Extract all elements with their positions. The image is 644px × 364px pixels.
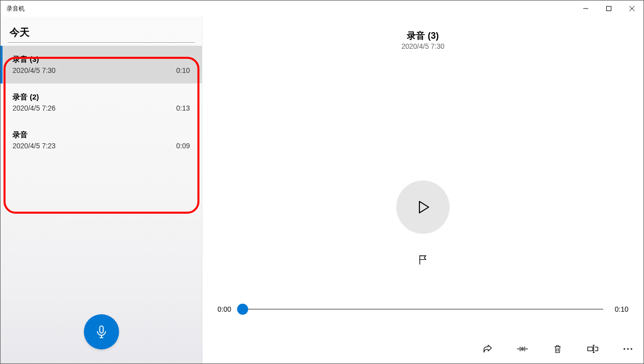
sidebar: 今天 录音 (3) 2020/4/5 7:30 0:10 录音 (2) 2020… (1, 17, 202, 363)
recording-datetime: 2020/4/5 7:26 (13, 104, 56, 112)
flag-icon (417, 254, 428, 265)
microphone-icon (94, 325, 109, 339)
maximize-icon (606, 6, 611, 11)
share-button[interactable] (479, 340, 496, 357)
content-datetime: 2020/4/5 7:30 (401, 42, 445, 50)
timeline-thumb[interactable] (237, 304, 248, 315)
trim-icon (517, 344, 528, 354)
recording-item[interactable]: 录音 (2) 2020/4/5 7:26 0:13 (1, 83, 202, 121)
svg-point-24 (630, 348, 632, 349)
play-icon (414, 199, 432, 216)
svg-point-23 (627, 348, 628, 349)
ellipsis-icon (623, 348, 632, 350)
recording-title: 录音 (2) (13, 93, 190, 102)
content-pane: 录音 (3) 2020/4/5 7:30 0:00 0:10 (202, 17, 643, 363)
delete-button[interactable] (549, 340, 566, 357)
close-button[interactable] (620, 1, 643, 17)
recording-datetime: 2020/4/5 7:30 (13, 66, 56, 74)
rename-button[interactable] (584, 340, 601, 357)
recording-item[interactable]: 录音 2020/4/5 7:23 0:09 (1, 121, 202, 159)
window-controls (574, 1, 643, 17)
recordings-list: 录音 (3) 2020/4/5 7:30 0:10 录音 (2) 2020/4/… (1, 46, 202, 159)
rename-icon (587, 345, 598, 353)
recording-datetime: 2020/4/5 7:23 (13, 142, 56, 150)
timeline-track[interactable] (243, 309, 603, 310)
recording-title: 录音 (13, 130, 190, 140)
content-header: 录音 (3) 2020/4/5 7:30 (401, 30, 445, 50)
content-title: 录音 (3) (401, 30, 445, 42)
share-icon (482, 344, 492, 354)
close-icon (629, 6, 634, 11)
app-title: 录音机 (7, 5, 25, 13)
svg-marker-4 (419, 202, 428, 213)
section-header-today: 今天 (1, 17, 202, 42)
titlebar: 录音机 (1, 1, 643, 17)
section-divider (8, 42, 195, 43)
svg-rect-1 (99, 326, 103, 333)
minimize-icon (583, 6, 588, 11)
minimize-button[interactable] (574, 1, 597, 17)
play-button[interactable] (396, 180, 450, 234)
time-current: 0:00 (218, 305, 237, 313)
recording-duration: 0:10 (176, 66, 190, 74)
svg-point-22 (623, 348, 625, 349)
svg-rect-15 (588, 347, 593, 350)
more-button[interactable] (619, 340, 636, 357)
bottom-toolbar (479, 340, 636, 357)
recording-item[interactable]: 录音 (3) 2020/4/5 7:30 0:10 (1, 46, 202, 83)
svg-rect-0 (607, 7, 611, 11)
trim-button[interactable] (514, 340, 531, 357)
flag-button[interactable] (411, 248, 435, 272)
trash-icon (553, 344, 562, 354)
time-total: 0:10 (609, 305, 628, 313)
maximize-button[interactable] (597, 1, 620, 17)
record-button[interactable] (84, 314, 119, 349)
recording-duration: 0:09 (176, 142, 190, 150)
recording-duration: 0:13 (176, 104, 190, 112)
playback-timeline: 0:00 0:10 (218, 305, 628, 313)
recording-title: 录音 (3) (13, 55, 190, 64)
